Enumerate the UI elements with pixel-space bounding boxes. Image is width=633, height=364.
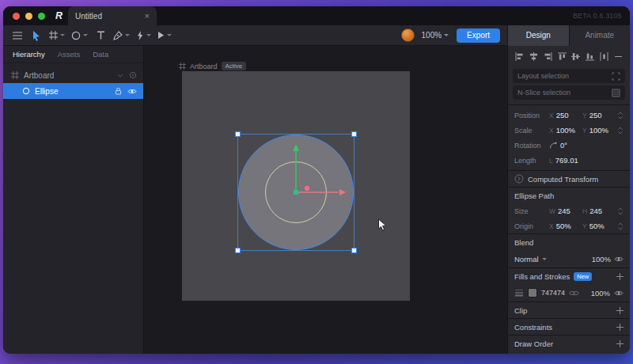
mouse-cursor (377, 218, 388, 232)
chevron-down-icon (542, 258, 547, 260)
position-x-key: X (549, 112, 554, 119)
resize-handle-bottom-left[interactable] (235, 248, 241, 253)
chevron-down-icon (167, 34, 172, 36)
hamburger-icon (13, 32, 22, 40)
avatar[interactable] (401, 28, 415, 42)
size-h-value[interactable]: 245 (589, 207, 602, 215)
scale-y-key: Y (582, 127, 587, 135)
export-button[interactable]: Export (457, 28, 500, 43)
zoom-control[interactable]: 100% (422, 31, 449, 40)
shape-tool-button[interactable] (68, 25, 91, 46)
origin-x-value[interactable]: 50% (556, 222, 571, 230)
play-icon (157, 31, 165, 40)
hierarchy-item-ellipse[interactable]: Ellipse (3, 83, 143, 99)
canvas[interactable]: Artboard Active (144, 46, 507, 354)
size-w-value[interactable]: 245 (558, 207, 570, 215)
length-value[interactable]: 769.01 (555, 156, 578, 165)
layout-selection-row[interactable]: Layout selection (513, 69, 625, 83)
chevron-down-icon (444, 34, 449, 36)
tab-hierarchy[interactable]: Hierarchy (13, 50, 45, 59)
scale-x-key: X (549, 127, 554, 135)
add-clip-button[interactable] (616, 307, 624, 314)
main-toolbar: 100% Export Design Animate (3, 25, 630, 46)
origin-x-key: X (549, 222, 554, 230)
bolt-icon (136, 31, 144, 40)
rotation-value[interactable]: 0° (560, 141, 567, 150)
layout-selection-label: Layout selection (517, 72, 569, 80)
close-window-button[interactable] (13, 13, 20, 20)
close-tab-icon[interactable]: × (145, 12, 150, 20)
align-bottom-icon[interactable] (586, 52, 594, 61)
align-middle-vertical-icon[interactable] (571, 52, 580, 61)
length-row: Length L769.01 (508, 153, 630, 168)
value-stepper-icon[interactable] (617, 207, 624, 215)
fill-row[interactable]: 747474 100% (508, 284, 630, 301)
scale-x-value[interactable]: 100% (556, 126, 575, 135)
zoom-window-button[interactable] (38, 13, 45, 20)
expand-icon (612, 72, 620, 81)
resize-handle-top-left[interactable] (235, 131, 241, 137)
align-top-icon[interactable] (558, 52, 567, 61)
align-center-horizontal-icon[interactable] (529, 52, 538, 61)
constraints-label: Constraints (514, 323, 552, 332)
artboard-tool-button[interactable] (46, 25, 68, 46)
distribute-horizontal-icon[interactable] (600, 52, 608, 61)
color-swatch[interactable] (528, 288, 537, 298)
eye-icon[interactable] (127, 88, 137, 95)
position-x-value[interactable]: 250 (556, 111, 569, 119)
origin-y-value[interactable]: 50% (589, 222, 605, 230)
eye-icon[interactable] (614, 256, 624, 263)
beta-version-label: BETA 0.6.3105 (573, 12, 630, 20)
nslice-selection-row[interactable]: N-Slice selection (513, 85, 625, 100)
play-tool-button[interactable] (154, 25, 175, 46)
stroke-width-icon[interactable] (514, 289, 524, 297)
position-y-value[interactable]: 250 (589, 111, 602, 119)
pen-tool-button[interactable] (110, 25, 133, 46)
computed-transform-row[interactable]: Computed Transform (508, 170, 630, 187)
minimize-window-button[interactable] (25, 13, 32, 20)
bone-tool-button[interactable] (133, 25, 154, 46)
artboard-surface[interactable] (182, 71, 410, 301)
resize-handle-bottom-right[interactable] (351, 248, 357, 253)
value-stepper-icon[interactable] (617, 222, 624, 230)
tab-assets[interactable]: Assets (58, 50, 81, 59)
align-left-icon[interactable] (515, 52, 524, 61)
target-icon[interactable] (129, 71, 137, 79)
value-stepper-icon[interactable] (617, 127, 624, 135)
add-draw-order-button[interactable] (616, 340, 624, 347)
artboard-frame-icon (11, 71, 19, 79)
link-icon[interactable] (569, 290, 579, 297)
add-constraint-button[interactable] (616, 324, 624, 331)
lock-icon[interactable] (115, 87, 122, 95)
window-controls (3, 13, 51, 20)
size-row: Size W245 H245 (508, 203, 630, 218)
hierarchy-item-artboard[interactable]: Artboard (3, 67, 143, 83)
align-right-icon[interactable] (544, 52, 552, 61)
select-tool-button[interactable] (27, 25, 46, 46)
length-label: Length (514, 157, 549, 165)
value-stepper-icon[interactable] (617, 112, 624, 119)
resize-handle-top-right[interactable] (351, 131, 357, 137)
add-fill-button[interactable] (616, 273, 624, 280)
row-icons (117, 71, 137, 79)
collapse-icon[interactable] (614, 52, 623, 61)
clip-label: Clip (514, 306, 527, 315)
chevron-down-icon[interactable] (117, 74, 123, 78)
artboard-header[interactable]: Artboard Active (179, 62, 246, 70)
blend-mode-dropdown[interactable]: Normal (514, 255, 547, 264)
fill-hex-value[interactable]: 747474 (541, 289, 565, 297)
blend-opacity-value[interactable]: 100% (592, 255, 611, 264)
menu-button[interactable] (8, 25, 27, 46)
tab-animate[interactable]: Animate (569, 25, 631, 46)
position-row: Position X250 Y250 (508, 108, 630, 123)
scale-y-value[interactable]: 100% (589, 126, 608, 135)
document-tab[interactable]: Untitled × (68, 6, 157, 25)
tab-data[interactable]: Data (93, 50, 108, 59)
tab-design[interactable]: Design (508, 25, 569, 46)
chevron-down-icon (60, 34, 65, 36)
eye-icon[interactable] (614, 290, 624, 297)
row-icons (115, 87, 137, 95)
text-tool-button[interactable] (91, 25, 110, 46)
size-w-key: W (549, 207, 555, 215)
fill-opacity-value[interactable]: 100% (591, 289, 610, 298)
